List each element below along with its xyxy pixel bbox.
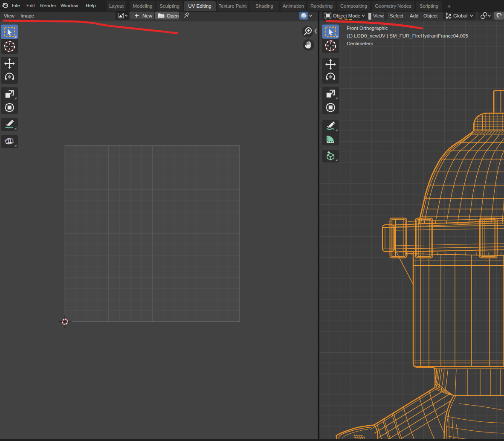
svg-text:Select: Select (390, 13, 404, 18)
svg-text:Geometry Nodes: Geometry Nodes (375, 3, 411, 9)
svg-text:Layout: Layout (109, 3, 124, 9)
svg-text:Texture Paint: Texture Paint (219, 3, 247, 9)
svg-text:New: New (142, 13, 153, 18)
svg-text:Centimeters: Centimeters (347, 41, 373, 46)
svg-text:Object: Object (423, 13, 438, 18)
svg-text:(1) LOD0_newUV | SM_FUR_FireHy: (1) LOD0_newUV | SM_FUR_FireHydrantFranc… (347, 33, 468, 38)
svg-text:Window: Window (61, 3, 78, 8)
svg-text:Animation: Animation (283, 3, 304, 9)
svg-text:Shading: Shading (255, 3, 273, 9)
svg-text:Add: Add (410, 13, 418, 18)
svg-text:Compositing: Compositing (340, 3, 367, 9)
svg-text:Render: Render (40, 3, 56, 8)
svg-text:View: View (4, 13, 14, 18)
svg-text:File: File (12, 3, 20, 8)
svg-text:Scripting: Scripting (420, 3, 438, 9)
svg-text:Open: Open (167, 13, 179, 18)
svg-text:Image: Image (20, 13, 34, 18)
svg-text:Rendering: Rendering (310, 3, 333, 9)
svg-text:View: View (373, 13, 384, 18)
svg-text:Edit: Edit (26, 3, 35, 8)
svg-text:Object Mode: Object Mode (333, 13, 360, 18)
svg-text:Sculpting: Sculpting (159, 3, 179, 9)
svg-text:+: + (447, 3, 451, 9)
svg-text:Front Orthographic: Front Orthographic (347, 26, 388, 31)
svg-text:UV Editing: UV Editing (188, 3, 211, 9)
svg-text:Modeling: Modeling (133, 3, 153, 9)
svg-text:Global: Global (453, 13, 467, 18)
svg-text:Help: Help (86, 3, 96, 8)
